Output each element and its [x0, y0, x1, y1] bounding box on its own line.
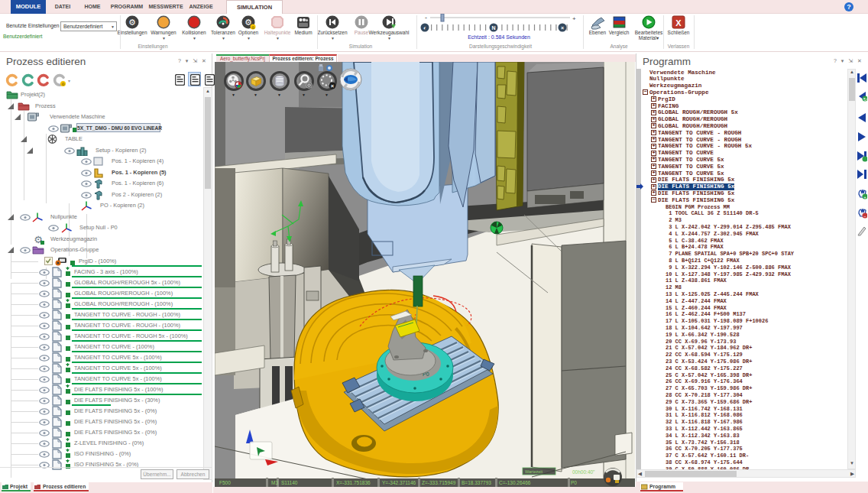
svg-text:↻: ↻: [863, 97, 866, 102]
svg-text:−: −: [863, 214, 866, 219]
svg-text:-: -: [425, 14, 427, 21]
svg-text:◐: ◐: [423, 25, 426, 31]
svg-text:×: ×: [331, 83, 335, 89]
svg-text:⚙: ⚙: [251, 25, 255, 30]
svg-text:S11140: S11140: [281, 480, 298, 485]
svg-text:Z=-333.715949: Z=-333.715949: [422, 480, 456, 485]
svg-text:Wartezeit: Wartezeit: [525, 469, 542, 474]
svg-text:C=-130.26466: C=-130.26466: [499, 480, 531, 485]
svg-text:?: ?: [847, 3, 851, 11]
svg-text:+: +: [863, 195, 866, 199]
svg-text:×: ×: [561, 25, 564, 31]
svg-text:N: N: [491, 25, 495, 31]
svg-text:B=18.337793: B=18.337793: [462, 480, 491, 485]
svg-text:Y=-342.371146: Y=-342.371146: [382, 480, 416, 485]
svg-text:Echtzeit : 0.584 Sekunden: Echtzeit : 0.584 Sekunden: [468, 34, 530, 40]
svg-text:P0: P0: [571, 480, 577, 485]
svg-text:⚙: ⚙: [61, 82, 65, 86]
svg-text:X=-331.751836: X=-331.751836: [336, 480, 371, 485]
svg-text:M3: M3: [271, 480, 278, 485]
svg-text:00h00:40": 00h00:40": [572, 469, 595, 475]
svg-text:X: X: [675, 18, 682, 28]
svg-text:⚙: ⚙: [128, 18, 136, 27]
svg-text:+: +: [572, 15, 576, 22]
svg-text:F500: F500: [219, 480, 231, 485]
